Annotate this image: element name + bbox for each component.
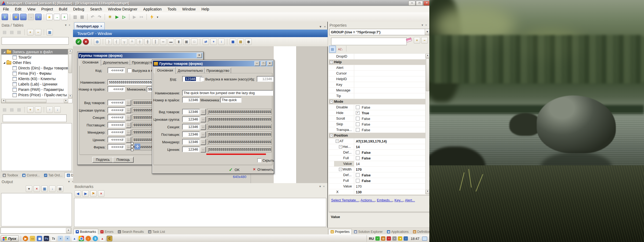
export-window-icon[interactable]: → — [28, 14, 34, 20]
menu-window[interactable]: Window — [179, 6, 199, 12]
collapse-icon[interactable]: − — [339, 168, 342, 171]
move-down-icon[interactable]: ↓ — [54, 106, 61, 113]
expand-all-icon[interactable]: + — [414, 37, 420, 44]
paste-delete-icon[interactable]: ▤ — [16, 29, 22, 35]
collapse-all-icon[interactable]: − — [421, 37, 428, 44]
menu-file[interactable]: File — [0, 6, 12, 12]
hide-checkbox[interactable] — [257, 158, 261, 162]
property-row[interactable]: Hide✓True — [329, 110, 425, 116]
property-category[interactable]: −Mode — [329, 99, 425, 105]
property-row[interactable]: ScrollFalse — [329, 116, 425, 122]
same-size-icon[interactable]: ▣ — [183, 38, 190, 45]
tool-x2-icon[interactable]: × — [65, 236, 70, 241]
lookup-value-field[interactable]: 12346 — [182, 109, 200, 115]
pin-icon[interactable]: ▼ — [64, 23, 68, 27]
expander-icon[interactable]: ◢ — [2, 51, 6, 53]
generate-icon[interactable] — [149, 14, 155, 20]
menu-project[interactable]: Project — [38, 6, 56, 12]
chevron-down-icon[interactable]: ▼ — [66, 228, 71, 233]
lookup-value-field[interactable]: 12346 — [182, 139, 200, 145]
property-row[interactable]: −Width170 — [329, 167, 425, 172]
close-icon[interactable]: × — [100, 24, 102, 28]
size-icon[interactable]: ↕ — [218, 38, 225, 45]
tree-item[interactable]: Labels (Lab) - Ценники — [1, 81, 72, 87]
paste-icon[interactable]: ▤ — [9, 29, 15, 35]
lookup-value-field[interactable]: <<<<<# — [108, 107, 125, 113]
link-key-[interactable]: Key... — [394, 198, 403, 202]
messenger-icon[interactable]: S — [93, 236, 98, 241]
cancel-button[interactable]: × — [83, 39, 89, 45]
mnemo-field[interactable]: The quick — [220, 97, 241, 103]
link-select-template-[interactable]: Select Template... — [331, 198, 359, 202]
collapse-icon[interactable]: − — [339, 145, 342, 148]
redo-icon[interactable]: ↷ — [97, 14, 103, 20]
property-value[interactable]: 14 — [354, 144, 425, 150]
position-icon[interactable]: + — [210, 38, 217, 45]
tool-x-icon[interactable]: × — [58, 236, 63, 241]
columns-icon[interactable]: ▥ — [41, 186, 48, 192]
object-selector[interactable]: GROUP (Use = '?SprGroup:7') ▼ — [329, 29, 430, 35]
align-left-icon[interactable]: ├ — [105, 38, 112, 45]
run-nodebug-icon[interactable]: ▷ — [121, 14, 127, 20]
properties-scrollbar[interactable]: ▲ ▼ — [425, 54, 430, 194]
kod-field[interactable]: 12346 — [182, 76, 202, 82]
lookup-value-field[interactable]: <<<<<# — [108, 115, 125, 120]
paste-delete-icon[interactable]: ▤ — [16, 107, 22, 113]
same-height-icon[interactable]: ▮ — [175, 38, 182, 45]
property-value[interactable]: 170 — [354, 167, 425, 172]
center-in-window-icon[interactable]: □ — [191, 38, 197, 45]
property-row[interactable]: Def...False — [329, 150, 425, 155]
add-window-icon[interactable]: + — [35, 14, 42, 20]
expander-icon[interactable]: ◢ — [2, 61, 6, 64]
tab-toolbox[interactable]: ▦Toolbox — [1, 172, 20, 178]
align-top-icon[interactable]: ┬ — [121, 38, 127, 45]
checkbox-icon[interactable] — [356, 122, 360, 126]
open-window-icon[interactable]: → — [20, 14, 27, 20]
run-icon[interactable]: ▶ — [114, 14, 120, 20]
clear-bookmarks-icon[interactable]: × — [98, 190, 104, 197]
step-icon[interactable]: ↦ — [138, 14, 144, 20]
clear-output-icon[interactable]: × — [34, 186, 40, 192]
form-button[interactable]: Подпись — [92, 157, 113, 163]
property-value[interactable]: ✓True — [354, 110, 425, 116]
lookup-button[interactable]: ... — [126, 129, 131, 135]
lookup-button[interactable]: ... — [200, 116, 206, 122]
paste-run-icon[interactable]: ▤ — [2, 29, 8, 35]
new-window-icon[interactable]: ★ — [13, 14, 19, 20]
antivirus-tray-icon[interactable]: + — [387, 236, 391, 241]
property-row[interactable]: DisableFalse — [329, 105, 425, 110]
tab-applications[interactable]: ▦Applications — [385, 229, 411, 235]
tree-item[interactable]: Param (PAR) - Параметры — [1, 87, 72, 92]
property-value[interactable] — [354, 65, 425, 70]
photoshop-icon[interactable]: Ps — [44, 236, 49, 241]
lookup-button[interactable]: ... — [126, 107, 131, 113]
accept-button[interactable]: ✓ — [76, 39, 82, 45]
save-icon[interactable]: ▥ — [72, 14, 78, 20]
cad-icon[interactable]: ▲ — [100, 236, 105, 241]
form-designer-titlebar[interactable]: Группы товаров (форма) × — [78, 53, 203, 58]
close-icon[interactable]: × — [267, 61, 272, 66]
open-file-icon[interactable]: → — [54, 14, 60, 20]
property-row[interactable]: FullFalse — [329, 178, 425, 184]
split-columns-icon[interactable]: ▥ — [46, 29, 53, 35]
build-icon[interactable]: ☀ — [107, 14, 113, 20]
tab-search-results[interactable]: ◎Search Results — [116, 229, 146, 235]
update-tray-icon[interactable]: ▤ — [381, 236, 385, 241]
property-value[interactable] — [354, 88, 425, 93]
alphabetical-sort-icon[interactable]: AZ↓ — [337, 46, 344, 53]
lookup-button[interactable]: ... — [200, 124, 206, 130]
collapse-icon[interactable]: − — [330, 60, 333, 64]
property-value[interactable] — [354, 93, 425, 99]
ok-button[interactable]: ✓ OK — [229, 167, 240, 173]
display-tray-icon[interactable] — [422, 237, 427, 241]
drag-handle[interactable] — [131, 142, 133, 145]
media-player-icon[interactable]: ▶ — [23, 236, 28, 241]
move-up-icon[interactable]: ↑ — [46, 106, 53, 113]
lookup-value-field[interactable]: <<<<<# — [108, 129, 125, 135]
network-tray-icon[interactable]: ↕ — [404, 236, 408, 241]
property-value[interactable]: AT(130,193,170,14) — [354, 138, 425, 144]
chevron-down-icon[interactable]: ▼ — [319, 25, 322, 28]
close-icon[interactable]: × — [197, 53, 202, 58]
space-down-icon[interactable]: ═ — [160, 38, 166, 45]
upload-checkbox[interactable] — [200, 77, 204, 81]
